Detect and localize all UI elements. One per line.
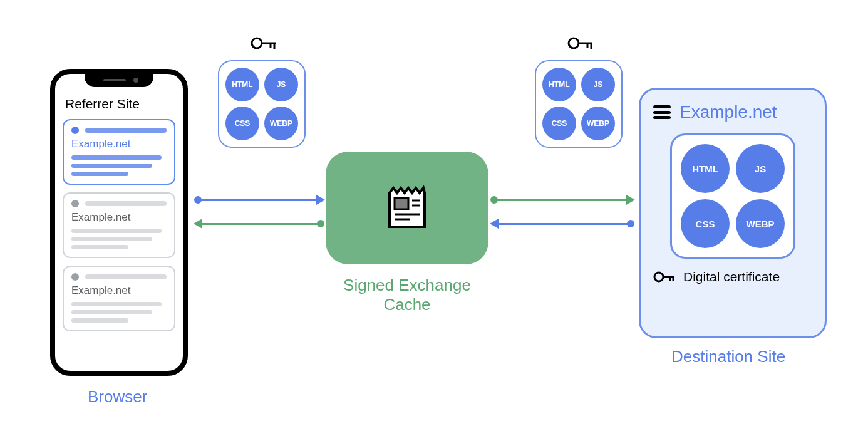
destination-resources: HTML JS CSS WEBP: [670, 133, 795, 259]
result-card-dot-icon: [71, 200, 79, 207]
placeholder-line: [71, 310, 152, 314]
resource-chip: WEBP: [581, 106, 615, 140]
hamburger-icon: [653, 105, 671, 119]
placeholder-line: [71, 245, 128, 249]
destination-panel: Example.net HTML JS CSS WEBP Digital cer…: [639, 88, 827, 338]
destination-label: Destination Site: [671, 347, 785, 366]
result-card: Example.net: [63, 192, 175, 258]
svg-point-7: [654, 273, 663, 281]
result-card: Example.net: [63, 266, 175, 331]
signed-bundle: HTML JS CSS WEBP: [535, 60, 623, 148]
resource-chip: JS: [736, 144, 785, 193]
resource-chip: HTML: [681, 144, 730, 193]
placeholder-line: [71, 172, 128, 176]
phone-mockup: Referrer Site Example.net Example.net: [50, 69, 188, 376]
resource-chip: JS: [264, 68, 298, 101]
placeholder-line: [71, 229, 162, 233]
result-card-domain: Example.net: [71, 138, 167, 150]
result-card-domain: Example.net: [71, 284, 167, 297]
placeholder-line: [71, 237, 152, 241]
placeholder-line: [71, 318, 128, 323]
result-card-heading-placeholder: [85, 201, 167, 206]
cache-label: Signed Exchange Cache: [338, 276, 476, 314]
resource-chip: CSS: [225, 106, 259, 140]
svg-point-1: [569, 38, 579, 48]
resource-chip: HTML: [542, 68, 576, 101]
sxg-cache-box: [326, 152, 488, 264]
placeholder-line: [71, 155, 162, 160]
phone-notch: [85, 73, 153, 87]
search-results-list: Example.net Example.net Example.net: [63, 119, 175, 331]
resource-chip: WEBP: [264, 106, 298, 140]
arrow-response: [197, 223, 321, 225]
referrer-site-title: Referrer Site: [65, 96, 140, 112]
arrow-response: [493, 223, 631, 225]
signed-bundle: HTML JS CSS WEBP: [218, 60, 306, 148]
result-card: Example.net: [63, 119, 175, 185]
placeholder-line: [71, 164, 152, 168]
key-icon: [567, 34, 595, 53]
result-card-dot-icon: [71, 127, 79, 134]
arrow-request: [197, 199, 321, 201]
placeholder-line: [71, 302, 162, 306]
resource-chip: HTML: [225, 68, 259, 101]
newspaper-icon: [382, 183, 432, 233]
svg-point-0: [252, 38, 262, 48]
resource-chip: JS: [581, 68, 615, 101]
result-card-heading-placeholder: [85, 128, 167, 133]
browser-label: Browser: [88, 387, 147, 407]
key-icon: [251, 34, 278, 53]
resource-chip: CSS: [681, 199, 730, 248]
result-card-domain: Example.net: [71, 211, 167, 224]
resource-chip: WEBP: [736, 199, 785, 248]
result-card-heading-placeholder: [85, 274, 167, 279]
digital-certificate-label: Digital certificate: [683, 269, 780, 284]
destination-title: Example.net: [679, 102, 777, 122]
resource-chip: CSS: [542, 106, 576, 140]
result-card-dot-icon: [71, 273, 79, 281]
key-icon: [653, 269, 677, 285]
arrow-request: [493, 199, 631, 201]
svg-rect-2: [395, 198, 408, 209]
